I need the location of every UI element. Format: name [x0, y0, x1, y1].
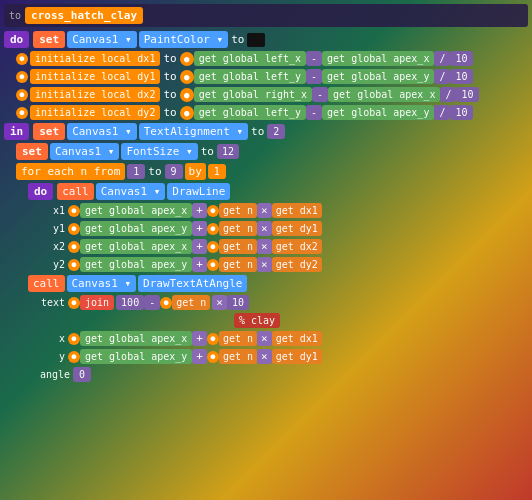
get-apex-y-yt[interactable]: get global apex_y [80, 349, 192, 364]
circ2: ● [180, 70, 194, 84]
get-dx2-x2[interactable]: get dx2 [272, 239, 322, 254]
init-local-dy2[interactable]: initialize local dy2 [30, 105, 160, 120]
init-local-dy1[interactable]: initialize local dy1 [30, 69, 160, 84]
x2-row: x2 ● get global apex_x + ● get n × get d… [40, 239, 528, 254]
div-op: / [434, 51, 450, 66]
get-left-x[interactable]: get global left_x [194, 51, 306, 66]
do-keyword: do [4, 31, 29, 48]
init-local-block[interactable]: initialize local dx1 [30, 51, 160, 66]
connector-circle: ● [16, 107, 28, 119]
canvas1-block[interactable]: Canvas1 ▾ [67, 31, 137, 48]
init-dx2-row: ● initialize local dx2 to ● get global r… [16, 87, 528, 102]
y2-label: y2 [40, 259, 68, 270]
get-n-yt[interactable]: get n [219, 349, 257, 364]
get-dy2-y2[interactable]: get dy2 [272, 257, 322, 272]
canvas1-ta[interactable]: Canvas1 ▾ [67, 123, 137, 140]
minus-100: - [144, 295, 160, 310]
get-apex-y-y1[interactable]: get global apex_y [80, 221, 192, 236]
angle-row: angle 0 [40, 367, 528, 382]
num-12: 12 [217, 144, 239, 159]
get-n-x2[interactable]: get n [219, 239, 257, 254]
minus-op3: - [312, 87, 328, 102]
get-apex-x[interactable]: get global apex_x [322, 51, 434, 66]
c-y1: ● [68, 223, 80, 235]
c-y2: ● [68, 259, 80, 271]
minus-op2: - [306, 69, 322, 84]
canvas1-dta[interactable]: Canvas1 ▾ [67, 275, 137, 292]
by-1: 1 [208, 164, 226, 179]
div-op3: / [440, 87, 456, 102]
get-dy1-y1[interactable]: get dy1 [272, 221, 322, 236]
call-block[interactable]: call [57, 183, 94, 200]
c-xt2: ● [207, 333, 219, 345]
get-apex-y-y2[interactable]: get global apex_y [80, 257, 192, 272]
circ1: ● [180, 52, 194, 66]
draw-text-angle-block[interactable]: DrawTextAtAngle [138, 275, 247, 292]
fontsize-block[interactable]: FontSize ▾ [121, 143, 197, 160]
c-text2: ● [160, 297, 172, 309]
num-10c: 10 [456, 87, 478, 102]
c-x1: ● [68, 205, 80, 217]
get-n-xt[interactable]: get n [219, 331, 257, 346]
get-n-text[interactable]: get n [172, 295, 210, 310]
pct-clay-block: % clay [234, 313, 280, 328]
set-fontsize-row: set Canvas1 ▾ FontSize ▾ to 12 [16, 143, 528, 160]
set-fontsize[interactable]: set [16, 143, 48, 160]
join-block[interactable]: join [80, 295, 114, 310]
init-dx1-row: ● initialize local dx1 to ● get global l… [16, 51, 528, 66]
text-align-block[interactable]: TextAlignment ▾ [139, 123, 248, 140]
num-10b: 10 [450, 69, 472, 84]
get-n-y2[interactable]: get n [219, 257, 257, 272]
get-dx1-x1[interactable]: get dx1 [272, 203, 322, 218]
get-right-x[interactable]: get global right_x [194, 87, 312, 102]
get-apex-x-x2[interactable]: get global apex_x [80, 239, 192, 254]
paint-color-block[interactable]: PaintColor ▾ [139, 31, 228, 48]
in-keyword: in [4, 123, 29, 140]
get-n-x1[interactable]: get n [219, 203, 257, 218]
canvas1-fs[interactable]: Canvas1 ▾ [50, 143, 120, 160]
get-dy1-yt[interactable]: get dy1 [272, 349, 322, 364]
minus-op: - [306, 51, 322, 66]
get-apex-y2[interactable]: get global apex_y [322, 105, 434, 120]
circ3: ● [180, 88, 194, 102]
text-label: text [40, 297, 68, 308]
connector-circle: ● [16, 89, 28, 101]
get-apex-x-xt[interactable]: get global apex_x [80, 331, 192, 346]
y2-row: y2 ● get global apex_y + ● get n × get d… [40, 257, 528, 272]
color-black-box[interactable] [247, 33, 265, 47]
set-text-align[interactable]: set [33, 123, 65, 140]
func-name-block[interactable]: cross_hatch_clay [25, 7, 143, 24]
num-10e: 10 [227, 295, 249, 310]
for-block[interactable]: for each n from [16, 163, 125, 180]
get-left-y2[interactable]: get global left_y [194, 105, 306, 120]
num-100: 100 [116, 295, 144, 310]
angle-value: 0 [73, 367, 91, 382]
get-left-y[interactable]: get global left_y [194, 69, 306, 84]
set-block[interactable]: set [33, 31, 65, 48]
draw-line-block[interactable]: DrawLine [167, 183, 230, 200]
draw-text-call-row: call Canvas1 ▾ DrawTextAtAngle [28, 275, 528, 292]
y-text-label: y [40, 351, 68, 362]
canvas1-dl[interactable]: Canvas1 ▾ [96, 183, 166, 200]
init-dy2-row: ● initialize local dy2 to ● get global l… [16, 105, 528, 120]
call-block2[interactable]: call [28, 275, 65, 292]
do-keyword2: do [28, 183, 53, 200]
get-apex-x-x1[interactable]: get global apex_x [80, 203, 192, 218]
to-text: to [228, 33, 247, 46]
get-apex-y[interactable]: get global apex_y [322, 69, 434, 84]
to-9: 9 [165, 164, 183, 179]
c-y1b: ● [207, 223, 219, 235]
init-dy1-row: ● initialize local dy1 to ● get global l… [16, 69, 528, 84]
x1-label: x1 [40, 205, 68, 216]
c-x1b: ● [207, 205, 219, 217]
angle-label: angle [40, 369, 73, 380]
get-n-y1[interactable]: get n [219, 221, 257, 236]
get-apex-x2[interactable]: get global apex_x [328, 87, 440, 102]
circ4: ● [180, 106, 194, 120]
do-call-row: do call Canvas1 ▾ DrawLine [28, 183, 528, 200]
init-local-dx2[interactable]: initialize local dx2 [30, 87, 160, 102]
get-dx1-xt[interactable]: get dx1 [272, 331, 322, 346]
x2-label: x2 [40, 241, 68, 252]
c-x2: ● [68, 241, 80, 253]
x1-row: x1 ● get global apex_x + ● get n × get d… [40, 203, 528, 218]
